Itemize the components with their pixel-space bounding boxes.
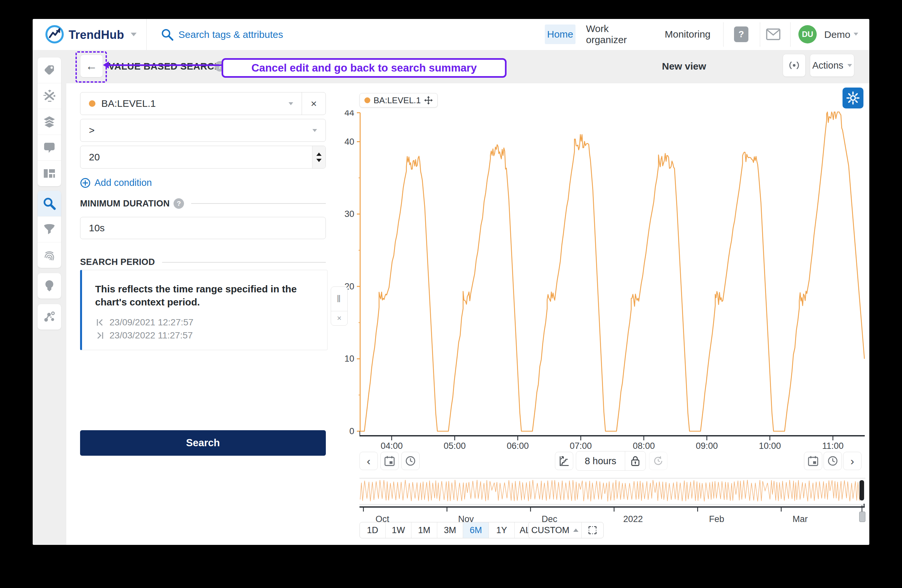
spinner-down-icon[interactable] <box>316 159 322 162</box>
preset-1d-button[interactable]: 1D <box>360 522 386 538</box>
rail-group-recommendations <box>38 273 61 299</box>
search-period-label: SEARCH PERIOD <box>80 257 155 267</box>
nav-tab-work-organizer[interactable]: Work organizer <box>586 25 651 44</box>
sidebar-item-search[interactable] <box>38 191 61 217</box>
preset-3m-button[interactable]: 3M <box>437 522 463 538</box>
trend-chart[interactable]: 0102030404404:0005:0006:0007:0008:0009:0… <box>327 110 869 450</box>
remove-tag-button[interactable]: × <box>302 92 326 115</box>
divider <box>146 19 147 50</box>
preset-1m-button[interactable]: 1M <box>412 522 437 538</box>
custom-range-label: CUSTOM <box>531 525 570 535</box>
custom-range-button[interactable]: CUSTOM <box>528 522 582 538</box>
calendar-icon <box>808 455 819 466</box>
help-icon[interactable]: ? <box>174 198 184 209</box>
svg-text:05:00: 05:00 <box>444 441 466 450</box>
sidebar-item-layers[interactable] <box>38 109 61 135</box>
search-period-header: SEARCH PERIOD <box>80 257 326 267</box>
rail-group-context <box>38 304 61 330</box>
brand-chevron-down-icon[interactable] <box>131 33 136 36</box>
sidebar-item-fingerprint[interactable] <box>38 242 61 268</box>
search-period-note: This reflects the time range specified i… <box>82 270 314 309</box>
history-undo-button[interactable] <box>649 452 667 470</box>
period-start-value: 23/09/2021 12:27:57 <box>110 317 193 328</box>
series-chip-label: BA:LEVEL.1 <box>374 95 421 105</box>
set-start-time-button[interactable] <box>401 452 420 470</box>
context-selection-handle[interactable] <box>860 480 864 500</box>
add-condition-label: Add condition <box>94 177 152 188</box>
move-icon[interactable] <box>424 96 433 105</box>
sidebar-item-comments[interactable] <box>38 135 61 161</box>
compress-time-button[interactable] <box>555 452 573 470</box>
jump-to-end-icon <box>96 331 104 340</box>
search-button[interactable]: Search <box>80 430 326 456</box>
comment-icon <box>43 142 56 153</box>
spinner-up-icon[interactable] <box>316 153 322 156</box>
actions-button[interactable]: Actions <box>810 54 854 77</box>
nav-tab-monitoring[interactable]: Monitoring <box>664 25 711 44</box>
preset-6m-button[interactable]: 6M <box>463 522 489 538</box>
chart-settings-button[interactable] <box>842 88 863 108</box>
gear-icon <box>846 91 860 105</box>
set-end-date-button[interactable] <box>804 452 822 470</box>
chevron-up-icon <box>573 529 578 532</box>
live-mode-button[interactable] <box>783 54 806 77</box>
history-icon <box>653 455 664 466</box>
panel-splitter[interactable]: ‖ × <box>331 286 348 326</box>
avatar[interactable]: DU <box>799 25 817 44</box>
clock-icon <box>827 455 838 466</box>
set-start-date-button[interactable] <box>381 452 399 470</box>
chevron-down-icon <box>288 102 293 105</box>
minimum-duration-input[interactable]: 10s <box>80 217 326 239</box>
duration-control: 8 hours <box>576 451 646 471</box>
pan-left-button[interactable]: ‹ <box>360 452 378 470</box>
series-color-dot <box>364 97 370 103</box>
minimum-duration-label: MINIMUM DURATION <box>80 199 170 209</box>
value-search-panel: BA:LEVEL.1 × > 20 Add condition <box>66 83 336 545</box>
set-end-time-button[interactable] <box>824 452 842 470</box>
app-window: TrendHub Search tags & attributes Home W… <box>33 19 869 545</box>
sidebar-item-filter[interactable] <box>38 217 61 242</box>
mail-icon[interactable] <box>766 28 780 40</box>
view-header: ← VALUE BASED SEARCH ? Cancel edit and g… <box>66 50 869 84</box>
user-menu-chevron-down-icon[interactable] <box>853 33 858 36</box>
expand-icon <box>588 526 597 535</box>
grip-icon: ‖ <box>337 293 341 305</box>
global-search-input[interactable]: Search tags & attributes <box>179 29 283 40</box>
nav-tab-home[interactable]: Home <box>545 25 576 44</box>
preset-1y-button[interactable]: 1Y <box>489 522 515 538</box>
sidebar-item-insights[interactable] <box>38 273 61 299</box>
preset-1w-button[interactable]: 1W <box>386 522 412 538</box>
funnel-icon <box>43 224 56 235</box>
sidebar-item-tags[interactable] <box>38 58 61 83</box>
collapse-panel-button[interactable]: × <box>331 311 348 325</box>
user-menu-label[interactable]: Demo <box>824 29 850 40</box>
context-overview-strip[interactable] <box>360 478 865 505</box>
period-end-row: 23/03/2022 11:27:57 <box>82 328 327 341</box>
svg-text:Mar: Mar <box>792 514 808 524</box>
view-title: New view <box>609 61 759 72</box>
top-bar: TrendHub Search tags & attributes Home W… <box>33 19 869 50</box>
threshold-input[interactable]: 20 <box>80 146 326 169</box>
sidebar-item-formulas[interactable] <box>38 83 61 109</box>
series-chip[interactable]: BA:LEVEL.1 <box>360 93 438 108</box>
chevron-down-icon <box>312 129 317 132</box>
pan-right-button[interactable]: › <box>843 452 861 470</box>
splitter-drag-handle[interactable]: ‖ <box>331 287 348 311</box>
lightbulb-icon <box>44 280 55 292</box>
custom-range-group: CUSTOM <box>528 522 604 538</box>
duration-value-button[interactable]: 8 hours <box>576 452 625 471</box>
plus-circle-icon <box>80 178 91 188</box>
help-button[interactable]: ? <box>734 27 749 42</box>
add-condition-button[interactable]: Add condition <box>80 177 152 188</box>
number-spinner[interactable] <box>312 146 326 168</box>
sidebar-item-dashboard[interactable] <box>38 161 61 186</box>
annotation-label: Cancel edit and go back to search summar… <box>222 58 507 78</box>
brand-label: TrendHub <box>69 28 124 42</box>
section-rule <box>191 203 326 204</box>
lock-duration-button[interactable] <box>625 452 645 471</box>
trendhub-logo-icon <box>44 24 65 44</box>
tag-select[interactable]: BA:LEVEL.1 × <box>80 92 326 115</box>
fit-to-window-button[interactable] <box>582 522 603 538</box>
sidebar-item-context-items[interactable] <box>38 304 61 330</box>
operator-select[interactable]: > <box>80 119 326 142</box>
